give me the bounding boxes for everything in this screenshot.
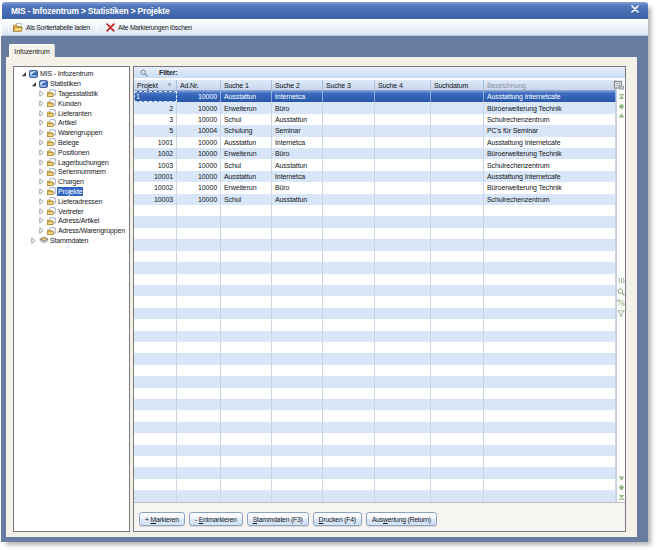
chevron-collapsed-icon[interactable] — [39, 119, 47, 127]
row-down-icon[interactable] — [618, 474, 625, 482]
table-row[interactable]: 510004SchulungSeminarPC's für Seminar — [134, 125, 625, 136]
page-up-icon[interactable] — [618, 101, 625, 111]
tree-item-positionen[interactable]: Positionen — [14, 147, 129, 157]
table-row-empty[interactable] — [134, 388, 625, 399]
table-row-empty[interactable] — [134, 467, 625, 478]
tree-item-projekte[interactable]: Projekte — [14, 187, 129, 197]
chevron-collapsed-icon[interactable] — [39, 178, 47, 186]
tree-item-belege[interactable]: Belege — [14, 138, 129, 148]
scroll-to-top-icon[interactable] — [618, 92, 625, 101]
table-row[interactable]: 100110000AusstattunInternetcaAusstattung… — [134, 137, 625, 148]
table-row[interactable]: 1000310000SchulAusstattunSchulrechenzent… — [134, 194, 625, 205]
table-row-empty[interactable] — [134, 456, 625, 467]
page-down-icon[interactable] — [618, 482, 625, 492]
table-row-empty[interactable] — [134, 251, 625, 262]
table-row-empty[interactable] — [134, 399, 625, 410]
filter-bar[interactable]: Filter: — [134, 67, 625, 80]
chevron-expanded-icon[interactable] — [21, 70, 29, 78]
table-row-empty[interactable] — [134, 479, 625, 490]
chevron-collapsed-icon[interactable] — [39, 109, 47, 117]
tree-item-artikel[interactable]: Artikel — [14, 118, 129, 128]
percent-icon[interactable] — [617, 298, 625, 308]
table-row[interactable]: 310000SchulAusstattunSchulrechenzentrum — [134, 114, 625, 125]
table-row-empty[interactable] — [134, 308, 625, 319]
chevron-collapsed-icon[interactable] — [39, 148, 47, 156]
table-row-empty[interactable] — [134, 422, 625, 433]
tree-item-lieferadressen[interactable]: Lieferadressen — [14, 196, 129, 206]
tree-item-adress-warengruppen[interactable]: Adress/Warengruppen — [14, 226, 129, 236]
column-header-suche-3[interactable]: Suche 3 — [323, 80, 375, 90]
chevron-collapsed-icon[interactable] — [39, 217, 47, 225]
load-sort-table-button[interactable]: Als Sortiertabelle laden — [13, 20, 90, 35]
tree-item-statistiken[interactable]: Statistiken — [14, 79, 129, 89]
tree-item-vertreter[interactable]: Vertreter — [14, 206, 129, 216]
filter-funnel-icon[interactable] — [617, 308, 625, 318]
tree-item-chargen[interactable]: Chargen — [14, 177, 129, 187]
tree-item-seriennummern[interactable]: Seriennummern — [14, 167, 129, 177]
chevron-collapsed-icon[interactable] — [39, 89, 47, 97]
chevron-collapsed-icon[interactable] — [39, 158, 47, 166]
chevron-collapsed-icon[interactable] — [31, 236, 39, 244]
chevron-collapsed-icon[interactable] — [39, 207, 47, 215]
column-header-ad-nr-[interactable]: Ad.Nr. — [177, 80, 221, 90]
table-row[interactable]: 1000110000AusstattunInternetcaAusstattun… — [134, 171, 625, 182]
-markieren-button[interactable]: + Markieren — [139, 512, 185, 526]
chevron-collapsed-icon[interactable] — [39, 138, 47, 146]
clear-marks-button[interactable]: Alle Markierungen löschen — [106, 20, 192, 35]
table-row-empty[interactable] — [134, 262, 625, 273]
chevron-collapsed-icon[interactable] — [39, 197, 47, 205]
table-row-empty[interactable] — [134, 205, 625, 216]
chevron-collapsed-icon[interactable] — [39, 99, 47, 107]
chevron-collapsed-icon[interactable] — [39, 227, 47, 235]
table-row-empty[interactable] — [134, 296, 625, 307]
tree-item-tagesstatistik[interactable]: Tagesstatistik — [14, 89, 129, 99]
goto-record-icon[interactable] — [618, 276, 625, 286]
table-row-empty[interactable] — [134, 490, 625, 501]
table-row-empty[interactable] — [134, 331, 625, 342]
table-row[interactable]: 100310000SchulAusstattunSchulrechenzentr… — [134, 159, 625, 170]
drucken-f4--button[interactable]: Drucken (F4) — [313, 512, 362, 526]
table-row-empty[interactable] — [134, 274, 625, 285]
tree-item-kunden[interactable]: Kunden — [14, 98, 129, 108]
tree-item-lieferanten[interactable]: Lieferanten — [14, 108, 129, 118]
tree-item-mis-infozentrum[interactable]: MIS - Infozentrum — [14, 69, 129, 79]
table-row-empty[interactable] — [134, 376, 625, 387]
stammdaten-f3--button[interactable]: Stammdaten (F3) — [247, 512, 309, 526]
table-row-empty[interactable] — [134, 319, 625, 330]
table-row-empty[interactable] — [134, 365, 625, 376]
table-row[interactable]: 100210000ErweiterunBüroBüroerweiterung T… — [134, 148, 625, 159]
table-row-empty[interactable] — [134, 285, 625, 296]
search-icon[interactable] — [617, 286, 625, 297]
chevron-collapsed-icon[interactable] — [39, 129, 47, 137]
table-row-empty[interactable] — [134, 433, 625, 444]
column-header-suche-4[interactable]: Suche 4 — [375, 80, 431, 90]
chevron-collapsed-icon[interactable] — [39, 168, 47, 176]
tab-infozentrum[interactable]: Infozentrum — [9, 44, 55, 57]
table-row-empty[interactable] — [134, 410, 625, 421]
-entmarkieren-button[interactable]: - Entmarkieren — [189, 512, 243, 526]
table-row-empty[interactable] — [134, 353, 625, 364]
auswertung-return--button[interactable]: Auswertung (Return) — [366, 512, 437, 526]
table-row-empty[interactable] — [134, 228, 625, 239]
table-row[interactable]: 1000210000ErweiterunBüroBüroerweiterung … — [134, 182, 625, 193]
column-header-projekt[interactable]: Projekt — [134, 80, 177, 90]
tree-item-warengruppen[interactable]: Warengruppen — [14, 128, 129, 138]
table-row-empty[interactable] — [134, 216, 625, 227]
column-header-suche-1[interactable]: Suche 1 — [221, 80, 272, 90]
tree-item-adress-artikel[interactable]: Adress/Artikel — [14, 216, 129, 226]
close-button[interactable] — [629, 4, 641, 16]
column-header-suche-2[interactable]: Suche 2 — [272, 80, 323, 90]
table-row-selected[interactable]: 110000AusstattunInternetcaAusstattung In… — [134, 91, 625, 102]
grid-options-icon[interactable] — [614, 81, 624, 90]
table-row-empty[interactable] — [134, 239, 625, 250]
chevron-collapsed-icon[interactable] — [39, 187, 47, 195]
table-row[interactable]: 210000ErweiterunBüroBüroerweiterung Tech… — [134, 102, 625, 113]
column-header-bezeichnung[interactable]: Bezeichnung — [484, 80, 616, 90]
table-row-empty[interactable] — [134, 342, 625, 353]
table-row-empty[interactable] — [134, 445, 625, 456]
chevron-expanded-icon[interactable] — [31, 80, 39, 88]
tree-item-lagerbuchungen[interactable]: Lagerbuchungen — [14, 157, 129, 167]
scroll-to-bottom-icon[interactable] — [618, 493, 625, 502]
tree-item-stammdaten[interactable]: Stammdaten — [14, 236, 129, 246]
row-up-icon[interactable] — [618, 112, 625, 120]
